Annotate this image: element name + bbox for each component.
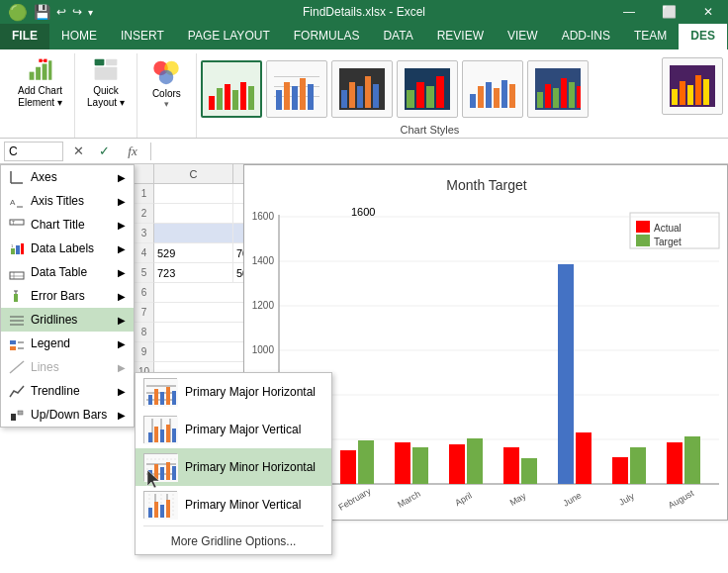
chart-style-1[interactable]: [201, 60, 262, 118]
chart-style-2[interactable]: [266, 60, 327, 118]
svg-text:Target: Target: [654, 237, 682, 247]
svg-text:1600: 1600: [252, 211, 275, 222]
chart-style-7[interactable]: [662, 57, 723, 115]
svg-rect-150: [467, 438, 483, 484]
gridlines-primary-minor-horizontal[interactable]: Primary Minor Horizontal: [136, 448, 331, 486]
chart-style-3[interactable]: [331, 60, 393, 118]
tab-home[interactable]: HOME: [49, 24, 109, 49]
menu-item-data-table[interactable]: Data Table ▶: [1, 260, 134, 284]
data-table-icon: [9, 264, 25, 280]
add-chart-element-btn[interactable]: Add Chart Element ▾: [14, 53, 66, 113]
more-chart-styles-group: [663, 53, 722, 138]
formula-btn[interactable]: fx: [119, 142, 146, 161]
tab-insert[interactable]: INSERT: [109, 24, 176, 49]
gridlines-icon: [9, 312, 25, 328]
svg-rect-16: [232, 90, 238, 110]
svg-rect-25: [300, 78, 306, 110]
chart-style-6[interactable]: [527, 60, 589, 118]
svg-rect-42: [501, 80, 507, 108]
col-header-c: C: [154, 164, 233, 183]
svg-rect-37: [436, 76, 444, 108]
gridlines-primary-major-vertical[interactable]: Primary Major Vertical: [136, 411, 331, 448]
chart-style-4[interactable]: [397, 60, 458, 118]
row-num-2: 2: [135, 204, 154, 224]
svg-rect-151: [503, 447, 519, 484]
tab-data[interactable]: DATA: [371, 24, 424, 49]
cell-c3[interactable]: [154, 224, 233, 243]
menu-item-gridlines[interactable]: Gridlines ▶: [1, 308, 134, 332]
colors-label: Colors: [152, 88, 181, 99]
minimize-btn[interactable]: —: [609, 0, 649, 24]
svg-rect-99: [166, 425, 170, 442]
svg-text:1400: 1400: [252, 255, 275, 266]
gridlines-primary-minor-vertical[interactable]: Primary Minor Vertical: [136, 486, 331, 524]
svg-rect-52: [672, 89, 678, 105]
gl-divider: [143, 525, 323, 526]
svg-text:A: A: [10, 198, 16, 207]
updown-bars-arrow: ▶: [118, 410, 126, 421]
major-horizontal-icon: [143, 378, 177, 406]
svg-rect-63: [11, 248, 15, 254]
svg-rect-118: [148, 508, 152, 518]
menu-item-legend[interactable]: Legend ▶: [1, 332, 134, 355]
svg-text:1000: 1000: [252, 344, 275, 355]
add-chart-element-group: Add Chart Element ▾: [6, 53, 75, 138]
svg-rect-70: [14, 294, 18, 302]
data-labels-icon: 1: [9, 240, 25, 256]
confirm-btn[interactable]: ✓: [93, 142, 115, 161]
menu-item-axis-titles[interactable]: A Axis Titles ▶: [1, 189, 134, 213]
menu-item-error-bars[interactable]: Error Bars ▶: [1, 284, 134, 308]
tab-formulas[interactable]: FORMULAS: [282, 24, 372, 49]
menu-item-chart-title[interactable]: T Chart Title ▶: [1, 213, 134, 237]
tab-team[interactable]: TEAM: [622, 24, 679, 49]
svg-rect-13: [209, 96, 215, 110]
svg-rect-0: [29, 72, 34, 80]
menu-gridlines-label: Gridlines: [31, 313, 77, 327]
formula-input[interactable]: [155, 142, 724, 161]
cell-c5[interactable]: 723: [154, 263, 233, 283]
tab-addins[interactable]: ADD-INS: [550, 24, 622, 49]
svg-rect-110: [172, 466, 176, 480]
svg-text:August: August: [667, 488, 696, 511]
svg-point-12: [159, 70, 174, 85]
cancel-btn[interactable]: ✕: [67, 142, 89, 161]
chart-element-icon: [25, 57, 56, 83]
svg-rect-36: [426, 86, 434, 108]
chart-styles-area: Chart Styles: [197, 53, 663, 138]
svg-rect-41: [494, 88, 500, 108]
more-gridline-options-btn[interactable]: More Gridline Options...: [136, 528, 331, 554]
menu-item-data-labels[interactable]: 1 Data Labels ▶: [1, 237, 134, 260]
tab-review[interactable]: REVIEW: [425, 24, 496, 49]
svg-rect-7: [95, 59, 105, 66]
svg-rect-15: [225, 84, 230, 110]
svg-rect-9: [95, 67, 118, 80]
menu-item-lines[interactable]: Lines ▶: [1, 355, 134, 379]
svg-rect-82: [18, 411, 23, 415]
maximize-btn[interactable]: ⬜: [649, 0, 688, 24]
formula-bar: ✕ ✓ fx: [0, 139, 728, 164]
change-colors-btn[interactable]: Colors ▾: [146, 53, 186, 113]
menu-data-labels-label: Data Labels: [31, 241, 94, 255]
cell-c2[interactable]: [154, 204, 233, 224]
tab-file[interactable]: FILE: [0, 24, 49, 49]
tab-view[interactable]: VIEW: [496, 24, 550, 49]
tab-page-layout[interactable]: PAGE LAYOUT: [176, 24, 282, 49]
svg-rect-158: [684, 436, 700, 484]
svg-rect-90: [166, 387, 170, 405]
svg-rect-96: [148, 432, 152, 442]
menu-item-axes[interactable]: Axes ▶: [1, 165, 134, 189]
quick-layout-btn[interactable]: Quick Layout ▾: [83, 53, 129, 113]
gridlines-primary-major-horizontal[interactable]: Primary Major Horizontal: [136, 373, 331, 411]
name-box[interactable]: [4, 142, 63, 161]
cell-c4[interactable]: 529: [154, 243, 233, 263]
cell-c1[interactable]: [154, 184, 233, 204]
row-num-5: 5: [135, 263, 154, 283]
menu-item-trendline[interactable]: Trendline ▶: [1, 379, 134, 403]
svg-text:July: July: [617, 491, 636, 508]
close-btn[interactable]: ✕: [688, 0, 728, 24]
primary-major-vertical-label: Primary Major Vertical: [185, 423, 301, 436]
svg-rect-145: [340, 450, 356, 484]
chart-style-5[interactable]: [462, 60, 523, 118]
menu-item-updown-bars[interactable]: Up/Down Bars ▶: [1, 403, 134, 427]
tab-design[interactable]: DES: [679, 24, 727, 49]
